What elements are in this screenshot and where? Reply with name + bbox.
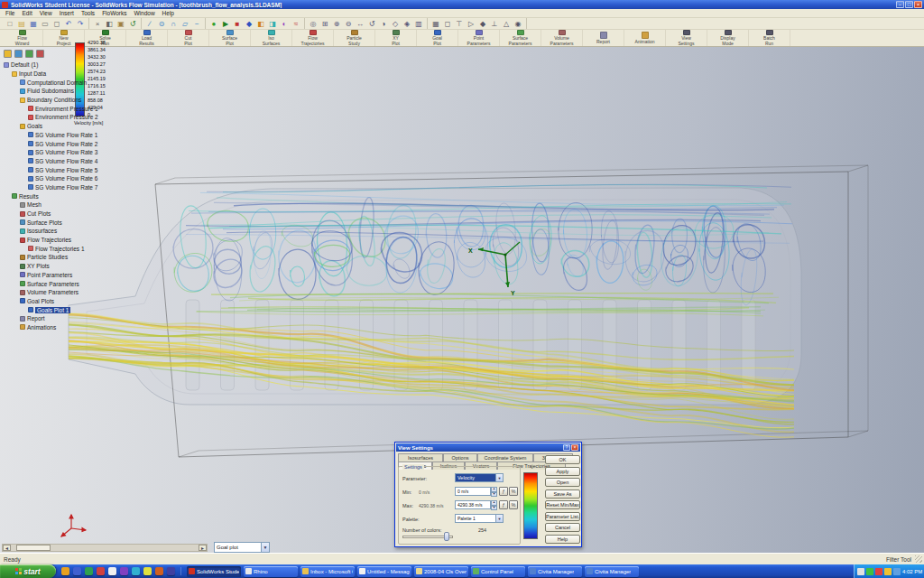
toolbar-goal-plot-button[interactable]: GoalPlot — [417, 30, 458, 46]
toolbar-zoom-out-button[interactable]: ⊖ — [343, 18, 354, 29]
toolbar-sketch-line-button[interactable]: ∕ — [144, 18, 155, 29]
toolbar-shaded-button[interactable]: ◑ — [378, 18, 389, 29]
menu-tools[interactable]: Tools — [78, 9, 98, 17]
tree-item[interactable]: Particle Studies — [2, 253, 137, 262]
menu-help[interactable]: Help — [159, 9, 178, 17]
toolbar-surface-parameters-button[interactable]: SurfaceParameters — [500, 30, 541, 46]
quick-launch-icon[interactable] — [73, 567, 81, 575]
scroll-right-arrow[interactable]: ► — [199, 545, 207, 551]
toolbar-wireframe-button[interactable]: ◇ — [390, 18, 401, 29]
toolbar-isometric-view-button[interactable]: ◆ — [477, 18, 488, 29]
toolbar-flow-wizard-button[interactable]: ● — [208, 18, 219, 29]
tree-item[interactable]: Report — [2, 314, 137, 323]
palette-combo[interactable]: Palette 1 ▼ — [455, 514, 504, 523]
quick-launch-icon[interactable] — [108, 567, 116, 575]
toolbar-zoom-in-button[interactable]: ⊕ — [331, 18, 342, 29]
max-dependency-button[interactable]: ƒ — [499, 500, 508, 509]
tree-item[interactable]: Boundary Conditions — [2, 96, 137, 105]
toolbar-animation-button[interactable]: Animation — [624, 30, 666, 46]
scrollbar-thumb[interactable] — [16, 545, 51, 551]
toolbar-open-button[interactable]: ▤ — [16, 18, 27, 29]
tray-icon[interactable] — [866, 568, 873, 575]
toolbar-cut-plot-button[interactable]: CutPlot — [168, 30, 209, 46]
dialog-help-button[interactable]: ? — [563, 444, 570, 451]
tree-item[interactable]: Cut Plots — [2, 210, 137, 219]
help-button[interactable]: Help — [545, 535, 580, 544]
taskbar-task[interactable]: SolidWorks Student Li... — [187, 566, 241, 577]
toolbar-cut-button[interactable]: × — [92, 18, 103, 29]
tree-item[interactable]: Environment Pressure 2 — [2, 113, 137, 122]
tray-icon[interactable] — [857, 568, 864, 575]
tree-item[interactable]: Flow Trajectories — [2, 236, 137, 245]
tree-item[interactable]: Input Data — [2, 70, 137, 79]
toolbar-solve-run-button[interactable]: ▶ — [220, 18, 231, 29]
panel-tab-feature-manager[interactable] — [4, 50, 12, 58]
toolbar-flow-wizard-button[interactable]: FlowWizard — [2, 30, 43, 46]
chevron-down-icon[interactable]: ▼ — [261, 543, 269, 552]
tree-item[interactable]: Flow Trajectories 1 — [2, 244, 137, 253]
quick-launch-icon[interactable] — [120, 567, 128, 575]
quick-launch-icon[interactable] — [132, 567, 140, 575]
maximize-button[interactable]: □ — [905, 1, 913, 8]
tree-item[interactable]: SG Volume Flow Rate 2 — [2, 139, 137, 148]
toolbar-report-button[interactable]: Report — [583, 30, 624, 46]
toolbar-hidden-lines-button[interactable]: ◈ — [402, 18, 412, 29]
toolbar-surface-plot-button[interactable]: SurfacePlot — [209, 30, 251, 46]
close-button[interactable]: × — [914, 1, 922, 8]
scrollbar-track[interactable] — [11, 545, 199, 551]
taskbar-task[interactable]: Rhino — [244, 566, 298, 577]
tree-item[interactable]: Goals Plot 1 — [2, 305, 137, 314]
toolbar-zoom-area-button[interactable]: ⊞ — [319, 18, 330, 29]
max-percent-button[interactable]: % — [509, 500, 518, 509]
tree-item[interactable]: Default (1) — [2, 61, 137, 70]
ok-button[interactable]: OK — [545, 455, 580, 464]
dialog-close-button[interactable]: × — [571, 444, 578, 451]
min-spinner[interactable]: ▲▼ — [491, 487, 497, 496]
toolbar-particle-study-button[interactable]: ParticleStudy — [334, 30, 375, 46]
toolbar-right-view-button[interactable]: ▷ — [466, 18, 476, 29]
tree-item[interactable]: Surface Plots — [2, 218, 137, 227]
tree-item[interactable]: Isosurfaces — [2, 227, 137, 236]
tree-item[interactable]: SG Volume Flow Rate 1 — [2, 131, 137, 140]
toolbar-zoom-fit-button[interactable]: ◎ — [308, 18, 319, 29]
toolbar-redo-button[interactable]: ↷ — [75, 18, 86, 29]
toolbar-undo-button[interactable]: ↶ — [63, 18, 74, 29]
tree-item[interactable]: Goals — [2, 122, 137, 131]
taskbar-task[interactable]: Untitled - Message In... — [357, 566, 411, 577]
tree-item[interactable]: Mesh — [2, 200, 137, 210]
toolbar-isosurfaces-button[interactable]: ◐ — [279, 18, 290, 29]
tree-item[interactable]: Computational Domain — [2, 78, 137, 87]
open-button[interactable]: Open — [545, 478, 580, 487]
toolbar-sketch-rectangle-button[interactable]: ▱ — [180, 18, 190, 29]
parameter-combo[interactable]: Velocity ▼ — [455, 473, 504, 482]
tree-item[interactable]: SG Volume Flow Rate 5 — [2, 165, 137, 174]
tree-item[interactable]: Point Parameters — [2, 271, 137, 280]
apply-button[interactable]: Apply — [545, 467, 580, 476]
panel-tab-property-manager[interactable] — [14, 50, 23, 58]
tray-icon[interactable] — [893, 568, 901, 575]
scroll-left-arrow[interactable]: ◄ — [3, 545, 11, 551]
toolbar-xy-plot-button[interactable]: XYPlot — [375, 30, 417, 46]
min-combo[interactable]: 0 m/s — [455, 487, 491, 496]
toolbar-solver-stop-button[interactable]: ■ — [232, 18, 243, 29]
toolbar-view-settings-button[interactable]: ViewSettings — [666, 30, 707, 46]
parameter-list-button[interactable]: Parameter List... — [545, 512, 580, 521]
toolbar-sketch-circle-button[interactable]: ⊙ — [156, 18, 167, 29]
min-percent-button[interactable]: % — [509, 487, 518, 496]
tree-item[interactable]: Results — [2, 191, 137, 200]
quick-launch-icon[interactable] — [61, 567, 69, 575]
tree-item[interactable]: SG Volume Flow Rate 6 — [2, 174, 137, 183]
toolbar-flow-trajectories-button[interactable]: ≈ — [291, 18, 301, 29]
toolbar-standard-views-button[interactable]: ▦ — [430, 18, 441, 29]
cancel-button[interactable]: Cancel — [545, 523, 580, 532]
taskbar-task[interactable]: Control Panel — [471, 566, 525, 577]
max-combo[interactable]: 4290.38 m/s — [455, 500, 491, 509]
menu-view[interactable]: View — [36, 9, 56, 17]
save-as-button[interactable]: Save As — [545, 489, 580, 499]
quick-launch-icon[interactable] — [85, 567, 93, 575]
quick-launch-icon[interactable] — [97, 567, 105, 575]
panel-tab-flow-simulation[interactable] — [36, 50, 44, 58]
toolbar-cut-plot-button[interactable]: ◧ — [255, 18, 266, 29]
menu-insert[interactable]: Insert — [56, 9, 78, 17]
tab-options[interactable]: Options — [443, 453, 477, 461]
